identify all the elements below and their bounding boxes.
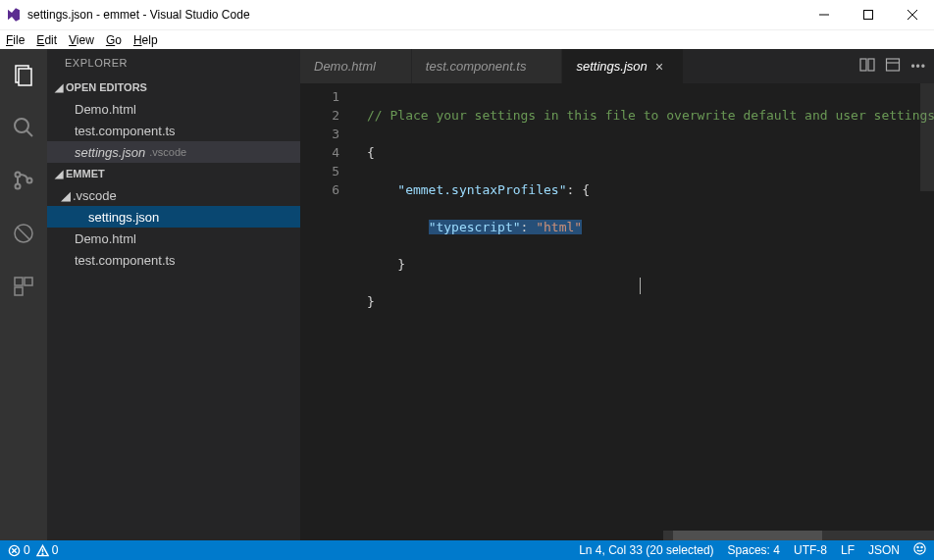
status-eol[interactable]: LF (841, 543, 855, 557)
window-titlebar: settings.json - emmet - Visual Studio Co… (0, 0, 934, 29)
activity-bar (0, 49, 47, 540)
tree-folder[interactable]: ◢.vscode (47, 184, 300, 206)
menu-edit[interactable]: Edit (36, 33, 57, 47)
status-cursor-position[interactable]: Ln 4, Col 33 (20 selected) (579, 543, 713, 557)
split-editor-icon[interactable] (859, 57, 875, 76)
svg-point-26 (42, 553, 43, 554)
window-title: settings.json - emmet - Visual Studio Co… (27, 8, 250, 22)
svg-rect-2 (863, 11, 872, 20)
window-minimize-button[interactable] (802, 0, 846, 29)
menu-view[interactable]: View (69, 33, 94, 47)
menu-help[interactable]: Help (133, 33, 158, 47)
tab-settings[interactable]: settings.json× (562, 49, 683, 83)
svg-rect-15 (25, 278, 32, 285)
svg-rect-16 (15, 287, 23, 295)
svg-point-10 (16, 184, 21, 189)
open-editor-item[interactable]: settings.json.vscode (47, 141, 300, 163)
sidebar-section-project[interactable]: ◢EMMET (47, 163, 300, 184)
svg-line-13 (18, 228, 29, 239)
svg-point-28 (917, 546, 918, 547)
svg-marker-0 (8, 8, 20, 21)
activity-extensions-icon[interactable] (0, 269, 47, 304)
svg-rect-19 (887, 59, 900, 71)
vs-logo-icon (6, 7, 22, 23)
open-editor-item[interactable]: test.component.ts (47, 120, 300, 141)
show-open-editors-icon[interactable] (885, 57, 901, 76)
status-warnings[interactable]: 0 (36, 543, 59, 557)
activity-explorer-icon[interactable] (0, 57, 47, 92)
menu-go[interactable]: Go (106, 33, 122, 47)
horizontal-scrollbar[interactable] (663, 531, 934, 540)
window-maximize-button[interactable] (846, 0, 890, 29)
sidebar-explorer: EXPLORER ◢OPEN EDITORS Demo.html test.co… (47, 49, 300, 540)
close-icon[interactable]: × (655, 59, 669, 75)
status-feedback-icon[interactable] (913, 542, 926, 558)
chevron-down-icon: ◢ (55, 81, 65, 94)
more-icon[interactable]: ••• (910, 60, 926, 74)
svg-point-27 (914, 543, 925, 554)
tree-file[interactable]: settings.json (47, 206, 300, 228)
code-content[interactable]: // Place your settings in this file to o… (355, 83, 934, 540)
svg-point-29 (921, 546, 922, 547)
tab-test-component[interactable]: test.component.ts× (412, 49, 563, 83)
tree-file[interactable]: test.component.ts (47, 249, 300, 271)
svg-line-8 (26, 130, 32, 136)
status-bar: 0 0 Ln 4, Col 33 (20 selected) Spaces: 4… (0, 540, 934, 560)
svg-rect-6 (19, 69, 31, 85)
activity-search-icon[interactable] (0, 110, 47, 145)
tree-file[interactable]: Demo.html (47, 228, 300, 249)
menubar: File Edit View Go Help (0, 29, 934, 49)
svg-rect-14 (15, 278, 23, 285)
open-editor-item[interactable]: Demo.html (47, 98, 300, 120)
activity-git-icon[interactable] (0, 163, 47, 198)
chevron-down-icon: ◢ (55, 168, 65, 180)
window-close-button[interactable] (890, 0, 934, 29)
status-encoding[interactable]: UTF-8 (794, 543, 827, 557)
svg-rect-17 (860, 59, 866, 71)
sidebar-section-open-editors[interactable]: ◢OPEN EDITORS (47, 76, 300, 98)
text-cursor-icon (640, 278, 641, 294)
activity-debug-icon[interactable] (0, 216, 47, 251)
svg-rect-18 (868, 59, 874, 71)
code-editor[interactable]: 1 2 3 4 5 6 // Place your settings in th… (300, 83, 934, 540)
editor-tabs: Demo.html× test.component.ts× settings.j… (300, 49, 934, 83)
status-language[interactable]: JSON (868, 543, 900, 557)
editor-group: Demo.html× test.component.ts× settings.j… (300, 49, 934, 540)
tab-demo[interactable]: Demo.html× (300, 49, 412, 83)
vertical-scrollbar[interactable] (920, 83, 934, 531)
chevron-down-icon: ◢ (61, 188, 71, 203)
status-indentation[interactable]: Spaces: 4 (728, 543, 780, 557)
svg-point-9 (16, 173, 21, 178)
menu-file[interactable]: File (6, 33, 25, 47)
svg-point-7 (15, 119, 28, 132)
sidebar-title: EXPLORER (47, 49, 300, 76)
line-number-gutter: 1 2 3 4 5 6 (300, 83, 355, 540)
status-errors[interactable]: 0 (8, 543, 30, 557)
